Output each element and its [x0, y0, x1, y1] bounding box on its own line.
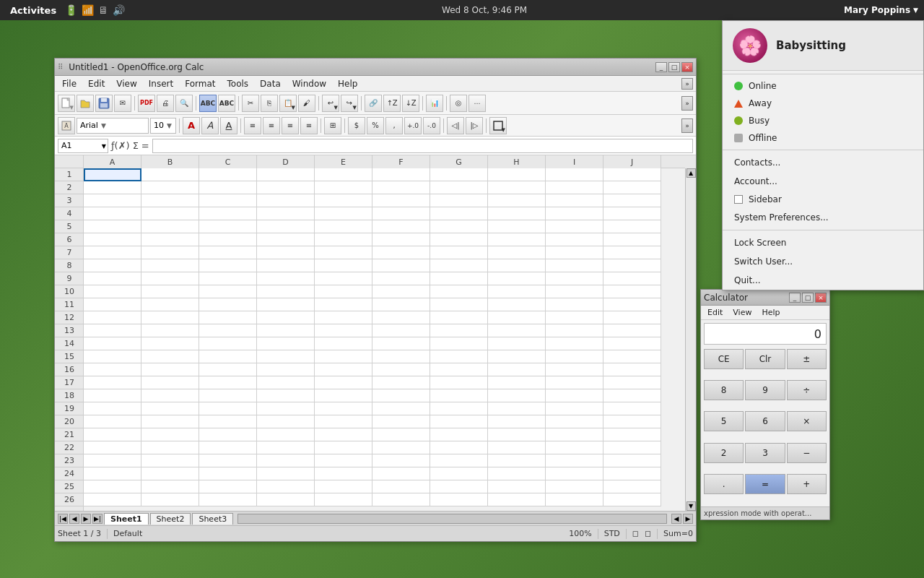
- grid-cell[interactable]: [372, 246, 430, 259]
- grid-cell[interactable]: [430, 220, 488, 233]
- row-header-23[interactable]: 23: [55, 454, 84, 467]
- menu-contacts[interactable]: Contacts...: [723, 153, 923, 172]
- sum-icon[interactable]: Σ: [133, 140, 139, 151]
- grid-cell[interactable]: [315, 402, 372, 415]
- grid-cell[interactable]: [488, 181, 546, 194]
- grid-cell[interactable]: [546, 181, 603, 194]
- grid-cell[interactable]: [141, 207, 199, 220]
- cut-btn[interactable]: ✂: [242, 95, 259, 112]
- underline-btn[interactable]: A: [220, 117, 237, 134]
- sheet-tab-2[interactable]: Sheet2: [150, 513, 191, 525]
- calc-btn-dot[interactable]: .: [704, 474, 744, 494]
- grid-cell[interactable]: [488, 285, 546, 298]
- grid-cell[interactable]: [546, 441, 603, 454]
- grid-cell[interactable]: [141, 246, 199, 259]
- grid-cell[interactable]: [372, 363, 430, 376]
- new-btn[interactable]: ▼: [58, 95, 75, 112]
- grid-cell[interactable]: [84, 376, 141, 389]
- grid-cell[interactable]: [84, 389, 141, 402]
- grid-cell[interactable]: [84, 467, 141, 480]
- grid-cell[interactable]: [488, 168, 546, 181]
- save-btn[interactable]: [95, 95, 113, 112]
- calc-btn-9[interactable]: 9: [745, 380, 785, 400]
- sheet-nav-first[interactable]: |◀: [58, 514, 68, 524]
- grid-cell[interactable]: [603, 402, 661, 415]
- row-header-3[interactable]: 3: [55, 194, 84, 207]
- grid-cell[interactable]: [84, 298, 141, 311]
- row-header-25[interactable]: 25: [55, 480, 84, 493]
- grid-cell[interactable]: [199, 376, 257, 389]
- calc-btn-divide[interactable]: ÷: [787, 380, 827, 400]
- grid-cell[interactable]: [430, 467, 488, 480]
- sheet-nav-prev[interactable]: ◀: [69, 514, 79, 524]
- col-header-h[interactable]: H: [488, 155, 546, 168]
- grid-cell[interactable]: [372, 298, 430, 311]
- grid-cell[interactable]: [430, 454, 488, 467]
- calc-btn-plusminus[interactable]: ±: [787, 349, 827, 369]
- grid-cell[interactable]: [84, 441, 141, 454]
- grid-cell[interactable]: [546, 246, 603, 259]
- grid-cell[interactable]: [315, 311, 372, 324]
- grid-cell[interactable]: [488, 441, 546, 454]
- grid-cell[interactable]: [372, 493, 430, 506]
- grid-cell[interactable]: [257, 285, 315, 298]
- grid-cell[interactable]: [257, 467, 315, 480]
- grid-cell[interactable]: [141, 298, 199, 311]
- align-left-btn[interactable]: ≡: [244, 117, 261, 134]
- row-header-2[interactable]: 2: [55, 181, 84, 194]
- grid-cell[interactable]: [546, 402, 603, 415]
- calculator-titlebar[interactable]: Calculator _ □ ×: [701, 290, 829, 306]
- sheet-tab-3[interactable]: Sheet3: [192, 513, 233, 525]
- pdf-btn[interactable]: PDF: [138, 95, 155, 112]
- grid-cell[interactable]: [546, 337, 603, 350]
- grid-cell[interactable]: [546, 168, 603, 181]
- sheet-scroll-area[interactable]: [237, 514, 667, 524]
- grid-cell[interactable]: [603, 272, 661, 285]
- equals-icon[interactable]: =: [141, 140, 149, 151]
- grid-cell[interactable]: [372, 311, 430, 324]
- grid-cell[interactable]: [257, 389, 315, 402]
- grid-cell[interactable]: [141, 441, 199, 454]
- grid-cell[interactable]: [372, 181, 430, 194]
- grid-cell[interactable]: [257, 402, 315, 415]
- grid-cell[interactable]: [199, 207, 257, 220]
- grid-cell[interactable]: [546, 428, 603, 441]
- grid-cell[interactable]: [430, 285, 488, 298]
- print-btn[interactable]: 🖨: [157, 95, 174, 112]
- indent-less-btn[interactable]: ◁|: [447, 117, 464, 134]
- grid-cell[interactable]: [603, 324, 661, 337]
- grid-cell[interactable]: [546, 311, 603, 324]
- grid-cell[interactable]: [603, 259, 661, 272]
- calc-btn-multiply[interactable]: ×: [787, 411, 827, 431]
- sheet-scroll-left[interactable]: ◀: [671, 514, 681, 524]
- grid-cell[interactable]: [372, 220, 430, 233]
- grid-cell[interactable]: [430, 233, 488, 246]
- grid-cell[interactable]: [430, 363, 488, 376]
- menu-tools[interactable]: Tools: [223, 77, 253, 90]
- row-header-26[interactable]: 26: [55, 493, 84, 506]
- grid-cell[interactable]: [141, 467, 199, 480]
- grid-cell[interactable]: [199, 298, 257, 311]
- grid-cell[interactable]: [372, 194, 430, 207]
- col-header-c[interactable]: C: [199, 155, 257, 168]
- grid-cell[interactable]: [488, 337, 546, 350]
- grid-cell[interactable]: [603, 246, 661, 259]
- grid-cell[interactable]: [199, 467, 257, 480]
- status-busy[interactable]: Busy: [723, 112, 923, 129]
- col-header-b[interactable]: B: [141, 155, 199, 168]
- grid-cell[interactable]: [315, 454, 372, 467]
- undo-btn[interactable]: ↩ ▼: [322, 95, 339, 112]
- grid-cell[interactable]: [257, 220, 315, 233]
- grid-cell[interactable]: [488, 220, 546, 233]
- grid-cell[interactable]: [372, 233, 430, 246]
- grid-cell[interactable]: [315, 441, 372, 454]
- grid-cell[interactable]: [141, 350, 199, 363]
- grid-cell[interactable]: [488, 324, 546, 337]
- row-header-6[interactable]: 6: [55, 233, 84, 246]
- grid-cell[interactable]: [257, 207, 315, 220]
- sort-desc-btn[interactable]: ↓Z: [402, 95, 419, 112]
- grid-cell[interactable]: [488, 311, 546, 324]
- row-header-19[interactable]: 19: [55, 402, 84, 415]
- font-size-dropdown[interactable]: 10 ▼: [150, 118, 176, 134]
- grid-cell[interactable]: [488, 454, 546, 467]
